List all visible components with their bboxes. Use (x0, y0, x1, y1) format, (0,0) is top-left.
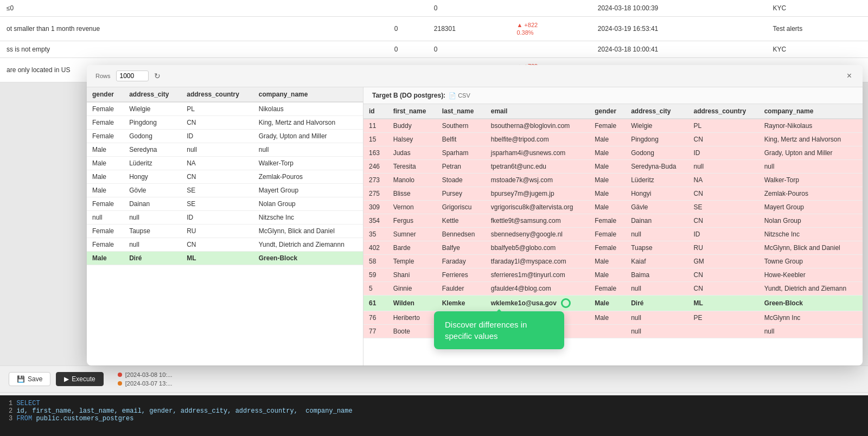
rows-input[interactable] (116, 70, 149, 81)
left-table-row: MaleGövleSEMayert Group (87, 184, 363, 197)
left-table-row: FemaleTaupseRUMcGlynn, Blick and Daniel (87, 225, 363, 238)
right-table-row: 61WildenKlemkewklemke1o@usa.govMaleDiréM… (363, 296, 863, 311)
right-col-city: address_city (626, 104, 688, 119)
right-col-id: id (363, 104, 388, 119)
status-row-2: [2024-03-07 13:... (109, 379, 859, 388)
left-table-row: nullnullIDNitzsche Inc (87, 211, 363, 225)
left-table: gender address_city address_country comp… (87, 87, 363, 265)
right-table-row: 402BardeBalfyebbalfyeb5@globo.comFemaleT… (363, 241, 863, 255)
modal-close-button[interactable]: × (845, 71, 854, 81)
right-table-row: 11BuddySouthernbsoutherna@bloglovin.comF… (363, 119, 863, 133)
left-col-company: company_name (253, 87, 363, 102)
bg-row-0: ≤0 0 2024-03-18 10:00:39 KYC (0, 0, 868, 17)
right-col-email: email (486, 104, 589, 119)
target-b-label: Target B (DO postgres): (372, 92, 445, 99)
right-table-row: 15HalseyBelfithbelfite@tripod.comMalePin… (363, 133, 863, 146)
right-pane-header: Target B (DO postgres): 📄 CSV (363, 87, 863, 104)
left-table-row: FemaleWielgiePLNikolaus (87, 102, 363, 116)
modal-header: Rows ↻ × (87, 65, 863, 87)
left-table-row: FemalenullCNYundt, Dietrich and Ziemannn (87, 238, 363, 252)
sql-line-1: 1 SELECT (9, 400, 859, 407)
file-icon: 📄 (449, 92, 456, 99)
status-row-1: [2024-03-08 10:... (109, 370, 859, 379)
status-dot-orange (118, 381, 122, 386)
refresh-icon[interactable]: ↻ (154, 72, 161, 80)
tooltip-bubble: Discover differences in specific values (434, 311, 564, 349)
right-table-row: 163JudasSparhamjsparham4i@usnews.comMale… (363, 146, 863, 160)
save-button[interactable]: 💾 Save (9, 372, 50, 386)
right-table-row: 5GinnieFauldergfaulder4@blog.comFemalenu… (363, 282, 863, 296)
sql-line-3: 3 FROM public.customers_postgres (9, 415, 859, 422)
right-table-row: 273ManoloStoademstoade7k@wsj.comMaleLüde… (363, 174, 863, 187)
csv-link[interactable]: 📄 CSV (449, 92, 470, 99)
status-area: [2024-03-08 10:... [2024-03-07 13:... (109, 370, 859, 388)
execute-button[interactable]: ▶ Execute (56, 372, 103, 386)
bg-row-1: ot smaller than 1 month revenue 0 218301… (0, 17, 868, 41)
rows-label: Rows (95, 73, 111, 79)
left-table-row: MaleHongyCNZemlak-Pouros (87, 170, 363, 184)
sql-line-2: 2 id, first_name, last_name, email, gend… (9, 407, 859, 415)
left-col-address-country: address_country (181, 87, 253, 102)
bg-row-2: ss is not empty 0 0 2024-03-18 10:00:41 … (0, 41, 868, 58)
metric-cell: ≤0 (0, 0, 388, 17)
left-pane: gender address_city address_country comp… (87, 87, 363, 366)
left-table-row: MaleDiréMLGreen-Block (87, 252, 363, 265)
right-table-row: 275BlissePurseybpursey7m@jugem.jpMaleHon… (363, 187, 863, 201)
match-indicator (561, 298, 571, 308)
right-table: id first_name last_name email gender add… (363, 104, 863, 338)
right-table-row: 246TeresitaPetrantpetran6t@unc.eduMaleSe… (363, 160, 863, 174)
right-table-row: 58TempleFaradaytfaraday1l@myspace.comMal… (363, 255, 863, 268)
left-table-row: FemalePingdongCNKing, Mertz and Halvorso… (87, 116, 363, 130)
right-col-gender: gender (589, 104, 626, 119)
bottom-toolbar: 💾 Save ▶ Execute [2024-03-08 10:... [202… (0, 366, 868, 393)
right-col-company: company_name (759, 104, 863, 119)
status-dot-red (118, 373, 122, 377)
right-col-country: address_country (688, 104, 758, 119)
left-table-row: FemaleGodongIDGrady, Upton and Miller (87, 130, 363, 143)
right-col-last: last_name (437, 104, 486, 119)
execute-icon: ▶ (64, 375, 69, 383)
sql-area: 1 SELECT 2 id, first_name, last_name, em… (0, 395, 868, 436)
save-icon: 💾 (17, 375, 25, 383)
right-table-row: 35SumnerBennedsensbennedseny@google.nlFe… (363, 228, 863, 241)
right-table-row: 309VernonGrigoriscuvgrigoriscu8k@altervi… (363, 201, 863, 214)
left-col-address-city: address_city (124, 87, 181, 102)
left-table-row: MaleSeredynanullnull (87, 143, 363, 157)
left-col-gender: gender (87, 87, 124, 102)
right-table-row: 59ShaniFerrieressferrieres1m@tinyurl.com… (363, 268, 863, 282)
left-table-row: MaleLüderitzNAWalker-Torp (87, 157, 363, 170)
left-table-row: FemaleDainanSENolan Group (87, 197, 363, 211)
right-col-first: first_name (388, 104, 437, 119)
right-table-row: 354FergusKettlefkettle9t@samsung.comFema… (363, 214, 863, 228)
